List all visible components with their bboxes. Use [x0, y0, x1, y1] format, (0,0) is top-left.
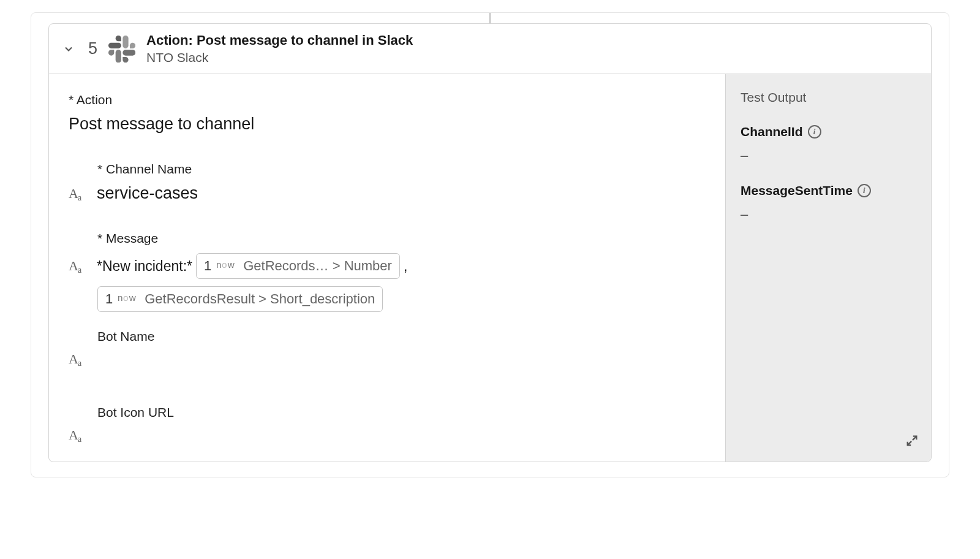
message-prefix-text: *New incident:* — [97, 258, 192, 275]
info-icon[interactable]: i — [858, 184, 871, 197]
pill-step-number: 1 — [105, 291, 113, 307]
servicenow-icon: n o w — [216, 257, 238, 275]
info-icon[interactable]: i — [808, 125, 821, 139]
expand-panel-button[interactable] — [903, 432, 921, 452]
svg-text:n: n — [118, 292, 123, 303]
channel-value[interactable]: service-cases — [97, 184, 198, 203]
output-label-text: MessageSentTime — [741, 183, 853, 198]
bot-icon-url-input[interactable]: Aa — [69, 427, 706, 443]
bot-name-input[interactable]: Aa — [69, 351, 706, 367]
message-comma: , — [404, 258, 407, 275]
merge-field-pill-shortdesc[interactable]: 1 n o w GetRecordsResult > Short_descrip… — [97, 286, 383, 312]
text-type-icon: Aa — [69, 258, 88, 274]
channel-name-field: * Channel Name Aa service-cases — [69, 162, 706, 203]
merge-field-pill-number[interactable]: 1 n o w GetRecords… > Number — [196, 253, 400, 279]
output-value: – — [741, 148, 916, 164]
output-message-sent-time: MessageSentTime i – — [741, 183, 916, 222]
chevron-down-icon — [62, 43, 75, 55]
action-field: * Action Post message to channel — [69, 93, 706, 134]
action-label: * Action — [69, 93, 706, 107]
action-value[interactable]: Post message to channel — [69, 115, 706, 134]
pill-step-number: 1 — [204, 258, 211, 274]
card-body: * Action Post message to channel * Chann… — [49, 74, 931, 462]
output-channel-id: ChannelId i – — [741, 124, 916, 164]
step-number: 5 — [88, 39, 97, 58]
message-label: * Message — [97, 231, 706, 246]
header-text: Action: Post message to channel in Slack… — [146, 32, 920, 65]
bot-icon-url-label: Bot Icon URL — [97, 405, 706, 420]
test-output-title: Test Output — [741, 90, 916, 105]
connector-line — [489, 13, 491, 23]
collapse-toggle[interactable] — [60, 40, 77, 58]
slack-icon — [108, 36, 135, 63]
svg-text:w: w — [129, 292, 137, 303]
pill-text: GetRecordsResult > Short_description — [145, 291, 375, 307]
pill-text: GetRecords… > Number — [243, 258, 392, 274]
svg-text:o: o — [222, 259, 227, 270]
svg-text:n: n — [216, 259, 221, 270]
servicenow-icon: n o w — [118, 291, 140, 308]
bot-name-field: Bot Name Aa — [69, 329, 706, 367]
card-title: Action: Post message to channel in Slack — [146, 32, 920, 48]
text-type-icon: Aa — [69, 186, 88, 202]
message-field: * Message Aa *New incident:* 1 n o — [69, 231, 706, 312]
text-type-icon: Aa — [69, 351, 88, 367]
output-value: – — [741, 207, 916, 222]
action-card: 5 — [48, 23, 932, 462]
svg-text:w: w — [227, 259, 235, 270]
message-input[interactable]: Aa *New incident:* 1 n o w — [69, 253, 706, 279]
bot-icon-url-field: Bot Icon URL Aa — [69, 405, 706, 443]
flow-canvas: 5 — [31, 12, 949, 477]
main-panel: * Action Post message to channel * Chann… — [49, 74, 725, 462]
bot-name-label: Bot Name — [97, 329, 706, 344]
card-header: 5 — [49, 24, 931, 74]
svg-text:o: o — [123, 292, 128, 303]
card-subtitle: NTO Slack — [146, 50, 920, 65]
channel-label: * Channel Name — [97, 162, 706, 177]
output-label-text: ChannelId — [741, 124, 803, 139]
expand-icon — [905, 434, 919, 447]
text-type-icon: Aa — [69, 427, 88, 443]
test-output-panel: Test Output ChannelId i – MessageSentTim… — [725, 74, 931, 462]
message-input-line2[interactable]: 1 n o w GetRecordsResult > Short_descrip… — [97, 286, 706, 312]
